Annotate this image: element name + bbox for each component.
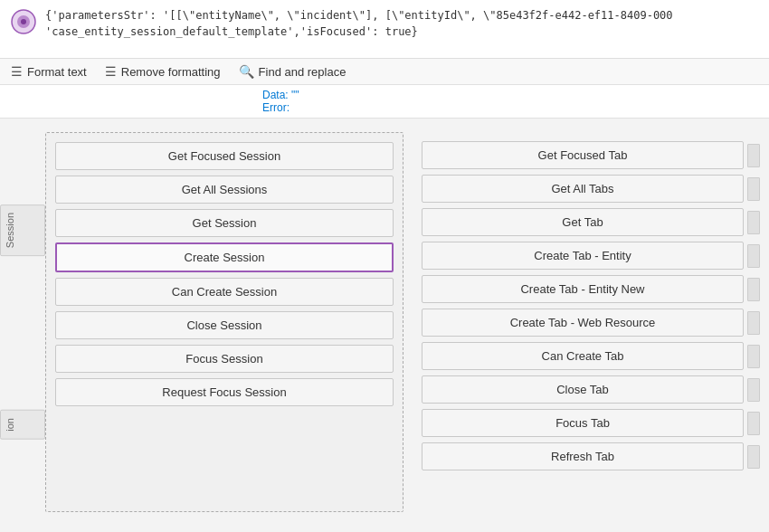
create-tab-entity-new-button[interactable]: Create Tab - Entity New bbox=[422, 275, 744, 303]
refresh-tab-scrollbar bbox=[747, 445, 760, 469]
can-create-session-button[interactable]: Can Create Session bbox=[55, 278, 394, 306]
remove-formatting-icon: ☰ bbox=[105, 64, 117, 79]
can-create-tab-row: Can Create Tab bbox=[422, 342, 760, 370]
left-sidebar: Session ion bbox=[0, 119, 45, 526]
create-tab-web-resource-row: Create Tab - Web Resource bbox=[422, 309, 760, 337]
get-all-sessions-button[interactable]: Get All Sessions bbox=[55, 176, 394, 204]
get-tab-button[interactable]: Get Tab bbox=[422, 208, 744, 236]
sidebar-label-session: Session bbox=[0, 204, 45, 256]
right-panel: Get Focused TabGet All TabsGet TabCreate… bbox=[422, 132, 760, 512]
focus-tab-scrollbar bbox=[747, 412, 760, 435]
create-tab-web-resource-scrollbar bbox=[747, 311, 760, 335]
get-tab-row: Get Tab bbox=[422, 208, 760, 236]
create-tab-entity-row: Create Tab - Entity bbox=[422, 242, 760, 270]
data-line: Data: "" bbox=[262, 89, 758, 101]
create-tab-web-resource-button[interactable]: Create Tab - Web Resource bbox=[422, 309, 744, 337]
left-panel: Get Focused SessionGet All SessionsGet S… bbox=[45, 132, 403, 512]
toolbar: ☰ Format text ☰ Remove formatting 🔍 Find… bbox=[0, 59, 769, 85]
code-text: {'parametersStr': '[[\"entityName\", \"i… bbox=[45, 7, 758, 40]
error-line: Error: bbox=[262, 101, 758, 114]
can-create-tab-scrollbar bbox=[747, 345, 760, 368]
app-icon bbox=[11, 9, 36, 34]
create-tab-entity-scrollbar bbox=[747, 244, 760, 268]
close-tab-scrollbar bbox=[747, 378, 760, 402]
refresh-tab-row: Refresh Tab bbox=[422, 442, 760, 470]
remove-formatting-label: Remove formatting bbox=[121, 65, 221, 79]
find-replace-button[interactable]: 🔍 Find and replace bbox=[239, 64, 347, 79]
create-tab-entity-new-scrollbar bbox=[747, 278, 760, 301]
close-session-button[interactable]: Close Session bbox=[55, 311, 394, 339]
create-tab-entity-button[interactable]: Create Tab - Entity bbox=[422, 242, 744, 270]
data-error-bar: Data: "" Error: bbox=[0, 85, 769, 119]
main-content: Session ion Get Focused SessionGet All S… bbox=[0, 119, 769, 526]
request-focus-session-button[interactable]: Request Focus Session bbox=[55, 378, 394, 406]
get-all-tabs-button[interactable]: Get All Tabs bbox=[422, 175, 744, 203]
get-all-tabs-scrollbar bbox=[747, 177, 760, 201]
get-session-button[interactable]: Get Session bbox=[55, 209, 394, 237]
format-text-label: Format text bbox=[27, 65, 87, 79]
focus-tab-row: Focus Tab bbox=[422, 409, 760, 437]
remove-formatting-button[interactable]: ☰ Remove formatting bbox=[105, 64, 221, 79]
can-create-tab-button[interactable]: Can Create Tab bbox=[422, 342, 744, 370]
format-text-button[interactable]: ☰ Format text bbox=[11, 64, 87, 79]
find-replace-label: Find and replace bbox=[259, 65, 347, 79]
sidebar-label-ion: ion bbox=[0, 410, 45, 440]
panels-container: Get Focused SessionGet All SessionsGet S… bbox=[36, 119, 769, 526]
get-focused-tab-row: Get Focused Tab bbox=[422, 141, 760, 169]
get-focused-tab-scrollbar bbox=[747, 144, 760, 167]
svg-point-2 bbox=[21, 19, 26, 24]
close-tab-row: Close Tab bbox=[422, 375, 760, 404]
get-all-tabs-row: Get All Tabs bbox=[422, 175, 760, 203]
focus-tab-button[interactable]: Focus Tab bbox=[422, 409, 744, 437]
focus-session-button[interactable]: Focus Session bbox=[55, 345, 394, 373]
get-tab-scrollbar bbox=[747, 211, 760, 234]
create-tab-entity-new-row: Create Tab - Entity New bbox=[422, 275, 760, 303]
create-session-button[interactable]: Create Session bbox=[55, 242, 394, 272]
refresh-tab-button[interactable]: Refresh Tab bbox=[422, 442, 744, 470]
find-replace-icon: 🔍 bbox=[239, 64, 254, 79]
close-tab-button[interactable]: Close Tab bbox=[422, 375, 744, 404]
get-focused-tab-button[interactable]: Get Focused Tab bbox=[422, 141, 744, 169]
code-bar: {'parametersStr': '[[\"entityName\", \"i… bbox=[0, 0, 769, 59]
get-focused-session-button[interactable]: Get Focused Session bbox=[55, 142, 394, 170]
format-text-icon: ☰ bbox=[11, 64, 23, 79]
